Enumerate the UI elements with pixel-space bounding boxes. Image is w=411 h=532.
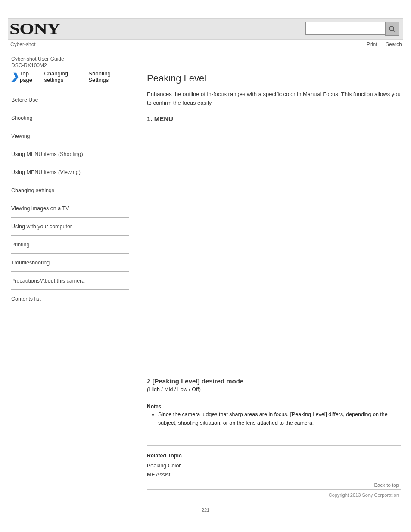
intro-text: Enhances the outline of in-focus ranges … (147, 90, 401, 107)
sidebar-item-changing[interactable]: Changing settings (11, 181, 129, 199)
svg-point-0 (389, 26, 394, 31)
gear-num: 2 (147, 377, 150, 385)
step-num: 1. (147, 115, 153, 122)
main-content: Peaking Level Enhances the outline of in… (129, 70, 403, 498)
print-link[interactable]: Print (367, 41, 377, 47)
options-list: (High / Mid / Low / Off) (147, 386, 401, 392)
breadcrumb-top: Top page (20, 70, 41, 83)
doc-title: Cyber-shot User Guide (11, 56, 403, 62)
search-link[interactable]: Search (386, 41, 402, 47)
menu-prefix: MENU (154, 115, 173, 122)
chevron-right-icon: ❯ (11, 72, 17, 81)
sidebar-item-shooting[interactable]: Shooting (11, 109, 129, 127)
page-title: Peaking Level (147, 73, 401, 84)
header-subbar: Cyber-shot Print Search (8, 41, 403, 47)
breadcrumb-sep2 (85, 74, 88, 80)
step-line: 1. MENU 2 [Peaking Level] desired mode (147, 115, 401, 385)
search-button[interactable] (385, 22, 399, 36)
top-bar: SONY (8, 18, 403, 40)
sidebar-item-troubleshoot[interactable]: Troubleshooting (11, 254, 129, 272)
related-list: Peaking Color MF Assist (147, 461, 401, 480)
note-item: Since the camera judges that sharp areas… (158, 411, 401, 427)
intro-part1: Enhances the outline of in-focus ranges … (147, 91, 339, 97)
doc-model: DSC-RX100M2 (11, 62, 403, 68)
separator (147, 445, 401, 446)
sidebar-item-menu-shooting[interactable]: Using MENU items (Shooting) (11, 145, 129, 163)
magnifier-icon (388, 25, 396, 33)
sidebar-item-before-use[interactable]: Before Use (11, 91, 129, 109)
sidebar-item-menu-viewing[interactable]: Using MENU items (Viewing) (11, 163, 129, 181)
breadcrumb-section: Changing settings (44, 70, 85, 83)
notes-heading: Notes (147, 404, 401, 410)
search-input[interactable] (305, 22, 386, 35)
sidebar-item-computer[interactable]: Using with your computer (11, 218, 129, 236)
breadcrumb-sub: Shooting Settings (88, 70, 129, 83)
notes-list: Since the camera judges that sharp areas… (158, 411, 401, 427)
sidebar-item-contents[interactable]: Contents list (11, 290, 129, 308)
product-line: Cyber-shot (10, 41, 36, 47)
sidebar-item-printing[interactable]: Printing (11, 236, 129, 254)
brand-logo: SONY (9, 20, 60, 38)
sidebar: ❯ Top page Changing settings Shooting Se… (8, 70, 129, 498)
related-link-mf-assist[interactable]: MF Assist (147, 470, 401, 479)
sidebar-item-precautions[interactable]: Precautions/About this camera (11, 272, 129, 290)
related-heading: Related Topic (147, 453, 401, 459)
back-to-top-link[interactable]: Back to top (147, 482, 401, 488)
svg-line-1 (393, 30, 395, 32)
search-wrap (305, 22, 399, 36)
sidebar-nav: Before Use Shooting Viewing Using MENU i… (11, 91, 129, 308)
gear-icon (147, 370, 401, 377)
copyright: Copyright 2013 Sony Corporation (147, 492, 401, 498)
doc-title-block: Cyber-shot User Guide DSC-RX100M2 (8, 56, 403, 68)
related-link-peaking-color[interactable]: Peaking Color (147, 461, 401, 470)
breadcrumb-sep (41, 74, 44, 80)
menu-path: [Peaking Level] desired mode (153, 377, 244, 385)
breadcrumb[interactable]: ❯ Top page Changing settings Shooting Se… (11, 70, 129, 83)
sidebar-item-tv[interactable]: Viewing images on a TV (11, 199, 129, 218)
footer-separator (147, 489, 401, 490)
sidebar-item-viewing[interactable]: Viewing (11, 127, 129, 145)
